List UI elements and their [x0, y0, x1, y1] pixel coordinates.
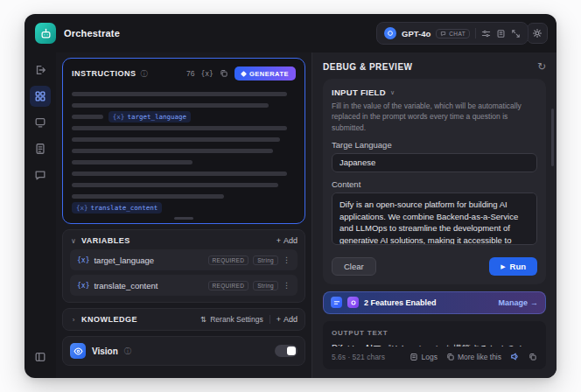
speaker-icon [510, 352, 520, 361]
arrow-right-icon: → [530, 298, 538, 307]
plus-icon: + [276, 315, 281, 324]
run-button[interactable]: ▶ Run [489, 257, 537, 276]
output-text-title: OUTPUT TEXT [332, 329, 537, 337]
divider [270, 315, 270, 324]
knowledge-section: › KNOWLEDGE ⇅ Rerank Settings + Add [62, 308, 305, 331]
variable-braces-icon[interactable]: {x} [200, 70, 213, 78]
text-to-speech-button[interactable] [510, 352, 520, 361]
input-field-description: Fill in the value of the variable, which… [332, 101, 537, 133]
nav-annotation-button[interactable] [30, 164, 51, 186]
output-meta: 5.6s · 521 chars [332, 353, 385, 361]
settings-button[interactable] [527, 23, 548, 44]
token-prefix: {x} [76, 204, 88, 212]
model-provider-icon [384, 27, 396, 39]
content-label: Content [332, 179, 537, 189]
row-menu-icon[interactable]: ⋮ [283, 256, 290, 264]
output-text-content: Difyは、AIアプリケーションを構築するためのオープンソースプラットフォームで… [332, 342, 537, 346]
topbar: Orchestrate GPT-4o CHAT [24, 14, 556, 52]
variables-section: ∨ VARIABLES + Add {x} target_language RE… [62, 229, 305, 303]
expand-icon[interactable] [511, 29, 521, 38]
chevron-right-icon[interactable]: › [70, 316, 77, 324]
prompt-text-area[interactable]: {x} target_language {x} translate [72, 88, 296, 214]
variable-braces-icon: {x} [77, 282, 89, 290]
info-icon: ⓘ [124, 346, 131, 356]
redacted-text-line [72, 126, 287, 130]
row-menu-icon[interactable]: ⋮ [283, 281, 290, 290]
clear-button[interactable]: Clear [332, 257, 376, 276]
variable-token[interactable]: {x} translate_content [72, 202, 162, 214]
page-title: Orchestrate [64, 28, 120, 38]
collapse-sidebar-button[interactable] [30, 346, 51, 368]
app-logo[interactable] [35, 23, 56, 44]
redacted-text-line [72, 172, 287, 176]
vision-toggle[interactable] [275, 345, 298, 357]
chevron-down-icon[interactable]: ∨ [390, 89, 395, 96]
back-icon [34, 64, 46, 76]
instructions-header: INSTRUCTIONS ⓘ 76 {x} GENERATE [72, 66, 296, 80]
vision-eye-icon [70, 343, 86, 359]
vision-feature-row: Vision ⓘ [62, 336, 305, 366]
copy-icon [528, 353, 537, 361]
generate-label: GENERATE [249, 70, 289, 78]
more-like-this-label: More like this [458, 353, 501, 361]
token-prefix: {x} [113, 113, 125, 121]
add-label: Add [284, 315, 298, 324]
toggle-knob [287, 346, 296, 355]
manage-features-button[interactable]: Manage → [498, 298, 538, 307]
instructions-title: INSTRUCTIONS [72, 69, 136, 78]
chat-mode-badge: CHAT [436, 29, 470, 38]
variable-name: translate_content [94, 281, 158, 290]
chevron-down-icon[interactable]: ∨ [70, 237, 77, 245]
input-field-card: INPUT FIELD ∨ Fill in the value of the v… [323, 79, 546, 284]
nav-logs-button[interactable] [30, 138, 51, 159]
chat-bubble-icon [34, 169, 46, 181]
model-selector[interactable]: GPT-4o CHAT [376, 22, 528, 45]
required-badge: REQUIRED [208, 256, 249, 265]
clear-label: Clear [344, 262, 364, 271]
logs-icon [410, 353, 418, 361]
run-label: Run [510, 262, 526, 271]
orchestrate-grid-icon [34, 90, 46, 102]
target-language-input[interactable] [332, 153, 537, 172]
add-knowledge-button[interactable]: + Add [276, 315, 298, 324]
generate-button[interactable]: GENERATE [234, 66, 296, 80]
target-language-label: Targe Language [332, 140, 537, 150]
chat-bubble-icon [440, 31, 446, 37]
knowledge-title: KNOWLEDGE [81, 315, 137, 324]
debug-preview-title: DEBUG & PREVIEW [323, 62, 413, 72]
more-like-this-button[interactable]: More like this [446, 353, 501, 361]
logs-button[interactable]: Logs [410, 353, 437, 361]
copies-icon [446, 353, 455, 361]
main-content: INSTRUCTIONS ⓘ 76 {x} GENERATE [24, 52, 556, 378]
variable-row[interactable]: {x} translate_content REQUIRED String ⋮ [70, 275, 298, 296]
scrollbar[interactable] [551, 108, 554, 166]
redacted-text-line [72, 103, 269, 108]
prompt-log-icon[interactable] [496, 29, 506, 38]
nav-back-button[interactable] [30, 60, 51, 80]
redacted-text-line [72, 92, 287, 96]
copy-icon[interactable] [220, 69, 228, 78]
info-icon: ⓘ [141, 69, 148, 79]
monitor-icon [34, 116, 46, 129]
resize-handle[interactable] [174, 217, 193, 220]
char-count: 76 [186, 69, 194, 78]
variable-token[interactable]: {x} target_language [108, 111, 191, 122]
features-enabled-bar[interactable]: 2 Features Enabled Manage → [323, 291, 546, 314]
variable-row[interactable]: {x} target_language REQUIRED String ⋮ [70, 249, 298, 270]
redacted-text-line [72, 194, 224, 199]
redacted-text-line [72, 149, 273, 153]
sliders-icon[interactable] [481, 29, 491, 38]
logs-label: Logs [421, 353, 437, 361]
nav-rail [24, 52, 56, 378]
content-textarea[interactable]: Dify is an open-source platform for buil… [332, 192, 537, 245]
restart-icon[interactable]: ↻ [537, 61, 546, 72]
rerank-settings-button[interactable]: ⇅ Rerank Settings [200, 315, 263, 324]
copy-output-button[interactable] [528, 353, 537, 361]
variable-name: target_language [94, 256, 154, 265]
add-variable-button[interactable]: + Add [276, 236, 298, 245]
instructions-editor[interactable]: INSTRUCTIONS ⓘ 76 {x} GENERATE [62, 58, 305, 224]
nav-preview-button[interactable] [30, 112, 51, 133]
nav-orchestrate-button[interactable] [30, 86, 51, 107]
token-name: translate_content [91, 204, 158, 212]
divider [475, 28, 476, 38]
